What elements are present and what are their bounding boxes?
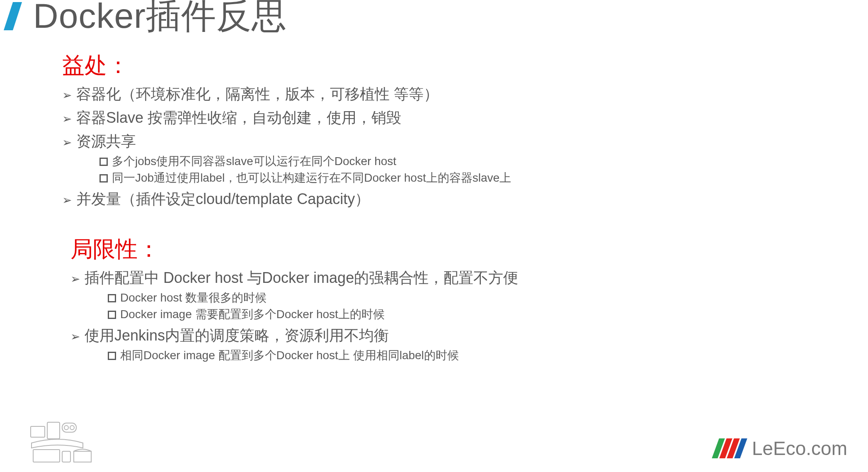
triangle-bullet-icon: ➢ (62, 136, 76, 149)
benefit-subitem: 同一Job通过使用label，也可以让构建运行在不同Docker host上的容… (99, 170, 767, 186)
decorative-devices-icon (29, 419, 108, 465)
limit-subtext: Docker host 数量很多的时候 (120, 290, 267, 306)
limit-subitem: 相同Docker image 配置到多个Docker host上 使用相同lab… (108, 348, 767, 363)
benefit-text: 容器化（环境标准化，隔离性，版本，可移植性 等等） (76, 84, 439, 105)
triangle-bullet-icon: ➢ (62, 193, 76, 207)
triangle-bullet-icon: ➢ (70, 272, 85, 286)
square-bullet-icon (99, 156, 112, 169)
square-bullet-icon (99, 172, 112, 185)
footer-logo: LeEco.com (715, 437, 847, 460)
square-bullet-icon (108, 350, 120, 363)
limit-subitem: Docker host 数量很多的时候 (108, 290, 767, 306)
svg-point-4 (70, 426, 74, 430)
svg-rect-1 (47, 422, 60, 439)
svg-rect-6 (62, 451, 70, 462)
triangle-bullet-icon: ➢ (62, 112, 76, 126)
benefit-text: 资源共享 (76, 131, 136, 152)
benefit-text: 容器Slave 按需弹性收缩，自动创建，使用，销毁 (76, 108, 401, 128)
square-bullet-icon (108, 309, 120, 322)
triangle-bullet-icon: ➢ (62, 88, 76, 102)
benefit-subitem: 多个jobs使用不同容器slave可以运行在同个Docker host (99, 153, 767, 169)
benefit-text: 并发量（插件设定cloud/template Capacity） (76, 189, 370, 209)
limit-subtext: 相同Docker image 配置到多个Docker host上 使用相同lab… (120, 348, 459, 363)
footer-logo-text: LeEco.com (752, 437, 847, 460)
benefit-item: ➢ 并发量（插件设定cloud/template Capacity） (62, 189, 767, 209)
svg-point-3 (64, 426, 68, 430)
square-bullet-icon (108, 292, 120, 305)
limit-item: ➢ 插件配置中 Docker host 与Docker image的强耦合性，配… (70, 268, 767, 288)
svg-rect-0 (31, 426, 45, 437)
benefit-item: ➢ 容器化（环境标准化，隔离性，版本，可移植性 等等） (62, 84, 767, 105)
benefit-item: ➢ 资源共享 (62, 131, 767, 152)
benefit-subtext: 多个jobs使用不同容器slave可以运行在同个Docker host (112, 153, 396, 169)
limit-item: ➢ 使用Jenkins内置的调度策略，资源利用不均衡 (70, 326, 767, 346)
benefit-item: ➢ 容器Slave 按需弹性收缩，自动创建，使用，销毁 (62, 108, 767, 128)
limit-text: 插件配置中 Docker host 与Docker image的强耦合性，配置不… (85, 268, 518, 288)
limit-subtext: Docker image 需要配置到多个Docker host上的时候 (120, 307, 385, 322)
benefit-subtext: 同一Job通过使用label，也可以让构建运行在不同Docker host上的容… (112, 170, 511, 186)
triangle-bullet-icon: ➢ (70, 330, 85, 343)
slide-title: Docker插件反思 (33, 0, 287, 40)
slide-content: 益处： ➢ 容器化（环境标准化，隔离性，版本，可移植性 等等） ➢ 容器Slav… (62, 45, 767, 364)
limit-text: 使用Jenkins内置的调度策略，资源利用不均衡 (85, 326, 389, 346)
limit-subitem: Docker image 需要配置到多个Docker host上的时候 (108, 307, 767, 322)
benefits-heading: 益处： (62, 51, 767, 81)
logo-slashes-icon (715, 438, 744, 458)
svg-rect-5 (33, 450, 60, 462)
title-accent-bar (4, 2, 22, 30)
limits-heading: 局限性： (70, 234, 767, 265)
